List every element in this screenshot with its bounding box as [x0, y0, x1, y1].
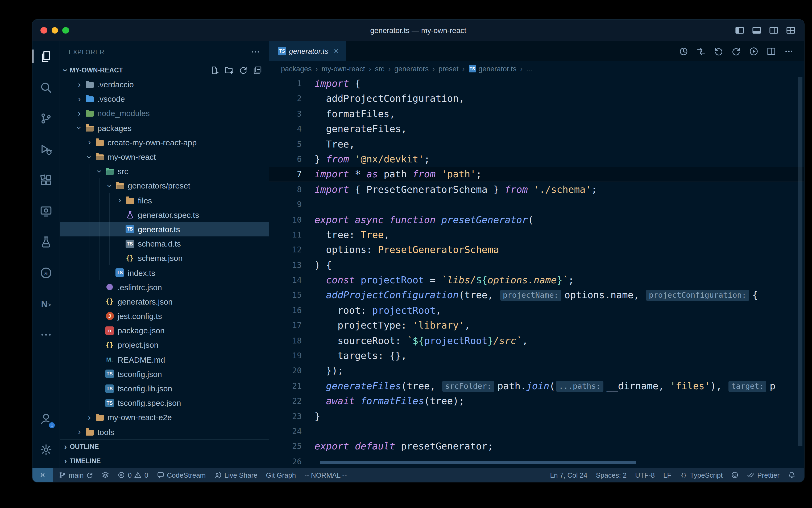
activity-extensions[interactable]	[33, 165, 60, 196]
refresh-explorer-button[interactable]	[239, 66, 247, 74]
code-line-15[interactable]: 15 addProjectConfiguration(tree, project…	[269, 288, 804, 303]
navigate-forward-button[interactable]	[732, 47, 741, 56]
status-codestream[interactable]: CodeStream	[152, 468, 210, 482]
line-number[interactable]: 25	[269, 439, 315, 454]
activity-explorer[interactable]	[33, 41, 60, 72]
line-number[interactable]: 13	[269, 257, 315, 272]
code-line-12[interactable]: 12 options: PresetGeneratorSchema	[269, 243, 804, 258]
code-line-4[interactable]: 4 generateFiles,	[269, 121, 804, 137]
tree-item-packages[interactable]: ›packages	[60, 121, 269, 135]
breadcrumb-item-my-own-react[interactable]: my-own-react	[322, 65, 365, 73]
tree-item-my-own-react[interactable]: ›my-own-react	[60, 150, 269, 164]
code-line-8[interactable]: 8import { PresetGeneratorSchema } from '…	[269, 182, 804, 197]
line-number[interactable]: 15	[269, 288, 315, 303]
status-notifications[interactable]	[784, 468, 800, 482]
new-file-button[interactable]	[210, 66, 219, 74]
explorer-more-actions-button[interactable]: ⋯	[251, 46, 260, 57]
local-history-button[interactable]	[679, 47, 688, 56]
tab-generator-ts[interactable]: TSgenerator.ts×	[269, 41, 346, 61]
code-line-16[interactable]: 16 root: projectRoot,	[269, 303, 804, 318]
activity-more[interactable]	[33, 319, 60, 350]
code-line-9[interactable]: 9	[269, 197, 804, 212]
titlebar[interactable]: generator.ts — my-own-react	[33, 20, 804, 41]
code-line-1[interactable]: 1import {	[269, 76, 804, 91]
breadcrumb-item-preset[interactable]: preset	[438, 65, 459, 73]
tree-item-eslintrc-json[interactable]: .eslintrc.json	[60, 280, 269, 294]
line-number[interactable]: 6	[269, 152, 315, 167]
activity-nx-console[interactable]: N≥	[33, 288, 60, 319]
code-line-5[interactable]: 5 Tree,	[269, 137, 804, 152]
code-line-7[interactable]: 7import * as path from 'path';	[269, 167, 804, 182]
line-number[interactable]: 23	[269, 409, 315, 424]
activity-codestream[interactable]: a	[33, 257, 60, 288]
code-line-10[interactable]: 10export async function presetGenerator(	[269, 212, 804, 227]
line-number[interactable]: 4	[269, 121, 315, 137]
editor-horizontal-scrollbar[interactable]	[320, 461, 636, 464]
line-number[interactable]: 10	[269, 212, 315, 227]
breadcrumb-item-generators[interactable]: generators	[394, 65, 429, 73]
code-line-17[interactable]: 17 projectType: 'library',	[269, 318, 804, 333]
tree-item-files[interactable]: ›files	[60, 193, 269, 207]
status-eol[interactable]: LF	[659, 468, 675, 482]
status-prettier[interactable]: Prettier	[743, 468, 784, 482]
breadcrumb-item-packages[interactable]: packages	[281, 65, 312, 73]
zoom-window-button[interactable]	[62, 27, 69, 34]
code-line-25[interactable]: 25export default presetGenerator;	[269, 439, 804, 454]
tree-item-vscode[interactable]: ›.vscode	[60, 92, 269, 106]
toggle-panel-button[interactable]	[752, 26, 761, 35]
tree-item-tsconfig-lib-json[interactable]: TStsconfig.lib.json	[60, 381, 269, 396]
breadcrumb-item-src[interactable]: src	[375, 65, 384, 73]
status-live-share[interactable]: Live Share	[210, 468, 261, 482]
line-number[interactable]: 16	[269, 303, 315, 318]
code-line-21[interactable]: 21 generateFiles(tree, srcFolder:path.jo…	[269, 379, 804, 394]
code-line-19[interactable]: 19 targets: {},	[269, 348, 804, 364]
tree-item-jest-config-ts[interactable]: Jjest.config.ts	[60, 309, 269, 323]
code-line-23[interactable]: 23}	[269, 409, 804, 424]
status-remote-indicator[interactable]	[33, 468, 53, 482]
tree-item-generators-json[interactable]: {}generators.json	[60, 294, 269, 309]
settings[interactable]	[33, 434, 60, 465]
code-line-2[interactable]: 2 addProjectConfiguration,	[269, 91, 804, 107]
line-number[interactable]: 14	[269, 272, 315, 288]
tree-item-generator-ts[interactable]: TSgenerator.ts	[60, 222, 269, 237]
status-encoding[interactable]: UTF-8	[631, 468, 659, 482]
tree-item-index-ts[interactable]: TSindex.ts	[60, 265, 269, 280]
tree-item-project-json[interactable]: {}project.json	[60, 338, 269, 352]
outline-section-header[interactable]: ›OUTLINE	[60, 439, 269, 454]
status-language-mode[interactable]: {}TypeScript	[675, 468, 727, 482]
line-number[interactable]: 8	[269, 182, 315, 197]
tree-item-schema-d-ts[interactable]: TSschema.d.ts	[60, 237, 269, 251]
activity-source-control[interactable]	[33, 103, 60, 134]
status-cursor-position[interactable]: Ln 7, Col 24	[546, 468, 591, 482]
tree-item-verdaccio[interactable]: ›.verdaccio	[60, 77, 269, 92]
editor-vertical-scrollbar[interactable]	[798, 77, 802, 446]
code-line-11[interactable]: 11 tree: Tree,	[269, 227, 804, 243]
line-number[interactable]: 19	[269, 348, 315, 364]
status-layers-status[interactable]	[97, 468, 113, 482]
activity-search[interactable]	[33, 72, 60, 103]
new-folder-button[interactable]	[225, 66, 233, 74]
tree-item-generator-spec-ts[interactable]: generator.spec.ts	[60, 207, 269, 222]
tree-item-my-own-react-e2e[interactable]: ›my-own-react-e2e	[60, 410, 269, 425]
line-number[interactable]: 7	[269, 167, 315, 182]
code-line-6[interactable]: 6} from '@nx/devkit';	[269, 152, 804, 167]
line-number[interactable]: 18	[269, 333, 315, 348]
tree-item-package-json[interactable]: npackage.json	[60, 323, 269, 338]
activity-testing[interactable]	[33, 226, 60, 257]
breadcrumb-item-generator-ts[interactable]: TSgenerator.ts	[468, 65, 516, 73]
breadcrumb-item-[interactable]: ...	[526, 65, 532, 73]
toggle-primary-sidebar-button[interactable]	[735, 26, 745, 35]
line-number[interactable]: 20	[269, 364, 315, 379]
tree-item-generators-preset[interactable]: ›generators/preset	[60, 179, 269, 193]
code-line-14[interactable]: 14 const projectRoot = `libs/${options.n…	[269, 272, 804, 288]
close-tab-button[interactable]: ×	[334, 46, 339, 56]
code-line-13[interactable]: 13) {	[269, 257, 804, 272]
code-line-3[interactable]: 3 formatFiles,	[269, 107, 804, 122]
line-number[interactable]: 11	[269, 227, 315, 243]
tree-item-tools[interactable]: ›tools	[60, 425, 269, 439]
line-number[interactable]: 2	[269, 91, 315, 107]
open-changes-button[interactable]	[697, 47, 706, 56]
navigate-back-button[interactable]	[714, 47, 723, 56]
collapse-folders-button[interactable]	[253, 66, 262, 74]
close-window-button[interactable]	[40, 27, 47, 34]
